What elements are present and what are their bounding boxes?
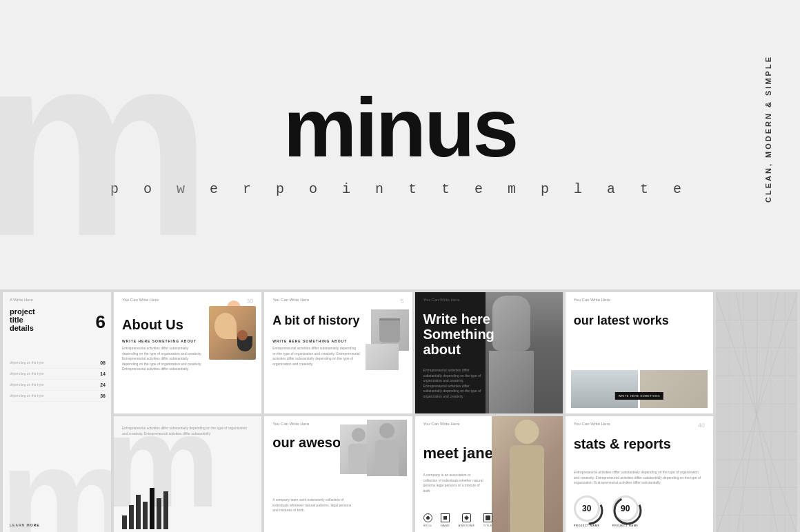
slide-stats[interactable]: You Can Write Here 40 stats & reports En…	[566, 416, 713, 532]
slide-history-body: Entrepreneurial activities differ substa…	[272, 346, 360, 367]
svg-point-25	[576, 498, 602, 524]
slide-watermark[interactable]: m Entrepreneurial activities differ subs…	[114, 416, 261, 532]
slide-team[interactable]: You Can Write Here 40 our awesome team A…	[264, 416, 412, 532]
slide-history-label: You Can Write Here	[272, 298, 309, 302]
hero-watermark: m	[0, 14, 206, 276]
slide-watermark-bars	[122, 488, 168, 529]
slide-jane-photo	[492, 416, 563, 532]
slide-jane-label: You Can Write Here	[423, 422, 460, 426]
slide-dark-photo	[486, 292, 562, 413]
slides-grid: A Write Here projecttitledetails 6 depen…	[0, 289, 800, 532]
slide-partial-label: A Write Here	[10, 298, 33, 302]
slide-dark-title: Write here Something about	[423, 311, 497, 357]
slide-team-photo1	[367, 420, 407, 476]
slide-dark-label: You Can Write Here	[423, 298, 460, 302]
slide-stats-body: Entrepreneurial activities differ substa…	[574, 470, 705, 486]
slide-history-image2	[366, 344, 399, 370]
slide-latest-label: You Can Write Here	[574, 298, 610, 302]
slide-history-title: A bit of history	[272, 314, 359, 328]
slide-partial-lines: depending on the type 08 depending on th…	[10, 358, 106, 402]
slide-team-body: A company team work extensively collecti…	[272, 498, 353, 513]
slide-about-image	[209, 306, 256, 360]
slide-latest-title: our latest works	[574, 314, 669, 328]
slide-about[interactable]: You Can Write Here 30 About Us WRITE HER…	[114, 292, 261, 413]
slide-partial-right[interactable]	[716, 292, 797, 532]
slide-dark[interactable]: You Can Write Here Write here Something …	[415, 292, 563, 413]
hero-title: minus	[283, 86, 517, 169]
slide-latest[interactable]: You Can Write Here our latest works WRIT…	[566, 292, 713, 413]
slide-dark-body: Entrepreneurial activities differ substa…	[423, 368, 481, 399]
slide-stats-number: 40	[698, 422, 705, 429]
slide-team-label: You Can Write Here	[272, 422, 309, 426]
slide-about-subtitle: WRITE HERE SOMETHING ABOUT	[122, 339, 197, 343]
slide-history[interactable]: You Can Write Here 5 A bit of history WR…	[264, 292, 412, 413]
slide-latest-images	[571, 370, 708, 408]
slide-latest-write-text: WRITE HERE SOMETHING	[619, 394, 660, 398]
slide-jane-icons: SKILL NAME AWESOME TITLE	[423, 513, 493, 527]
slide-jane[interactable]: You Can Write Here 17 meet jane doe A co…	[415, 416, 563, 532]
hero-tagline: CLEAN, MODERN & SIMPLE	[763, 55, 774, 203]
slide-about-title: About Us	[122, 317, 183, 333]
slide-stats-title: stats & reports	[574, 437, 671, 451]
slide-watermark-body: Entrepreneurial activities differ substa…	[122, 426, 253, 436]
slide-jane-body: A company is an association or collectio…	[423, 473, 486, 493]
slide-about-body: Entrepreneurial activities differ substa…	[122, 346, 205, 372]
slide-about-label: You Can Write Here	[122, 298, 159, 302]
svg-point-26	[614, 498, 641, 524]
slide-partial-left[interactable]: A Write Here projecttitledetails 6 depen…	[3, 292, 111, 532]
slide-about-number: 30	[246, 298, 253, 305]
hero-section: m minus p o w e r p o i n t t e m p l a …	[0, 0, 800, 289]
slide-latest-write-box: WRITE HERE SOMETHING	[615, 392, 663, 400]
slide-partial-title: projecttitledetails	[10, 307, 35, 332]
arch-photo	[716, 292, 797, 532]
slide-stats-circles: 30 PROJECT NAME 90 PROJECT NAME	[574, 495, 639, 527]
slide-partial-number: 6	[96, 311, 106, 333]
slide-history-subtitle: WRITE HERE SOMETHING ABOUT	[272, 339, 347, 343]
slide-stats-label: You Can Write Here	[574, 422, 610, 426]
slide-partial-watermark: m	[3, 423, 111, 532]
slide-history-number: 5	[400, 298, 403, 305]
